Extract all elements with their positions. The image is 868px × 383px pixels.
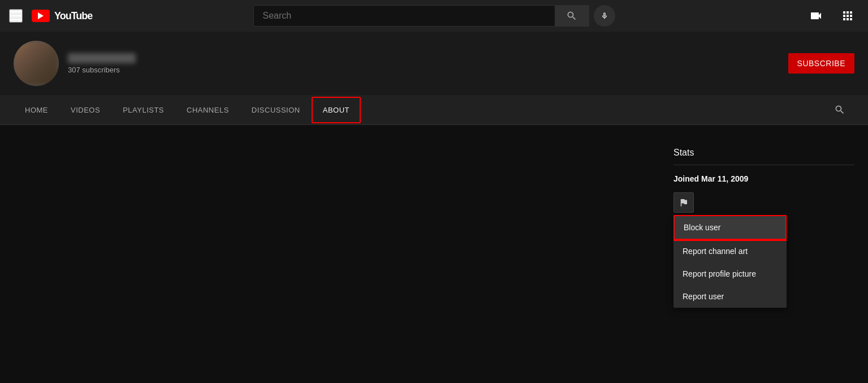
- channel-header: 307 subscribers SUBSCRIBE: [0, 32, 868, 95]
- nav-right: [615, 5, 860, 27]
- joined-date: Joined Mar 11, 2009: [673, 174, 854, 183]
- video-camera-icon: [809, 9, 823, 23]
- flag-button-container: Block user Report channel art Report pro…: [673, 192, 694, 213]
- report-profile-picture-item[interactable]: Report profile picture: [673, 262, 787, 285]
- apps-button[interactable]: [836, 5, 859, 27]
- flag-icon: [679, 197, 689, 208]
- flag-wrapper: Block user Report channel art Report pro…: [673, 192, 694, 213]
- tab-channels[interactable]: CHANNELS: [175, 97, 240, 123]
- tab-discussion[interactable]: DISCUSSION: [240, 97, 312, 123]
- search-input[interactable]: [253, 5, 555, 27]
- mic-icon: [601, 11, 608, 21]
- nav-left: YouTube: [9, 9, 253, 23]
- stats-section: Stats Joined Mar 11, 2009 Block user Rep…: [673, 139, 854, 222]
- youtube-logo[interactable]: YouTube: [32, 10, 92, 22]
- report-user-item[interactable]: Report user: [673, 285, 787, 308]
- content-left: [14, 139, 660, 222]
- channel-name: [68, 53, 136, 63]
- tab-videos[interactable]: VIDEOS: [59, 97, 111, 123]
- nav-center: [253, 5, 615, 27]
- subscriber-count: 307 subscribers: [68, 66, 136, 74]
- search-button[interactable]: [555, 5, 589, 27]
- report-channel-art-item[interactable]: Report channel art: [673, 240, 787, 262]
- tab-about[interactable]: ABOUT: [312, 97, 361, 123]
- search-tab-icon: [834, 104, 845, 115]
- tab-playlists[interactable]: PLAYLISTS: [111, 97, 175, 123]
- content-right: Stats Joined Mar 11, 2009 Block user Rep…: [673, 139, 854, 222]
- channel-info: 307 subscribers: [14, 41, 136, 86]
- hamburger-menu[interactable]: [9, 9, 23, 23]
- search-icon: [566, 10, 577, 21]
- subscribe-button[interactable]: SUBSCRIBE: [788, 53, 854, 74]
- block-user-item[interactable]: Block user: [673, 215, 787, 240]
- mic-button[interactable]: [594, 5, 615, 27]
- youtube-logo-icon: [32, 10, 50, 22]
- dropdown-menu: Block user Report channel art Report pro…: [673, 215, 787, 308]
- channel-avatar: [14, 41, 59, 86]
- stats-title: Stats: [673, 148, 854, 158]
- top-navigation: YouTube: [0, 0, 868, 32]
- channel-tabs: HOME VIDEOS PLAYLISTS CHANNELS DISCUSSIO…: [0, 95, 868, 125]
- channel-meta: 307 subscribers: [68, 53, 136, 74]
- apps-icon: [841, 9, 854, 23]
- main-content: Stats Joined Mar 11, 2009 Block user Rep…: [0, 125, 868, 235]
- search-form: [253, 5, 589, 27]
- create-video-button[interactable]: [805, 5, 827, 27]
- avatar-image: [14, 41, 59, 86]
- youtube-wordmark: YouTube: [54, 10, 92, 22]
- flag-button[interactable]: [673, 192, 694, 213]
- tab-home[interactable]: HOME: [14, 97, 59, 123]
- stats-divider: [673, 165, 854, 165]
- tab-search-icon[interactable]: [825, 95, 854, 124]
